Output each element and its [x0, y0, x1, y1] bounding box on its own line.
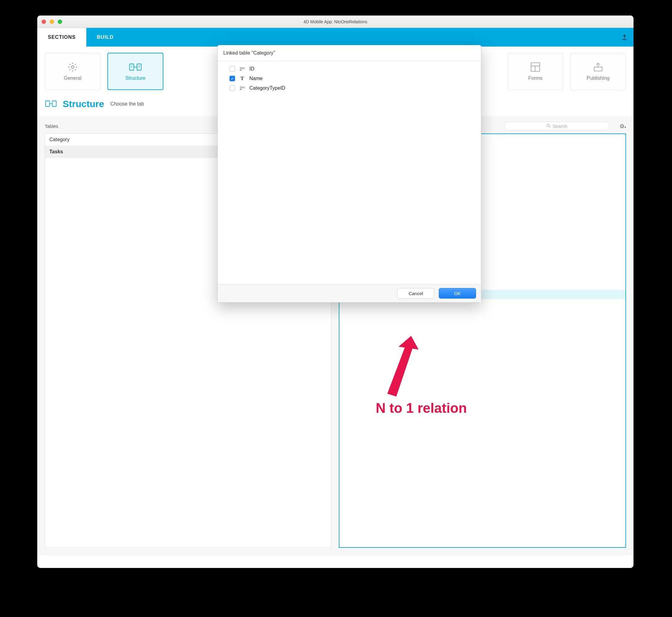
popover-footer: Cancel OK — [218, 284, 481, 302]
section-description: Choose the tab — [110, 101, 144, 107]
cancel-button[interactable]: Cancel — [397, 288, 435, 298]
ok-button[interactable]: OK — [439, 288, 476, 298]
titlebar: 4D Mobile App: NtoOneRelations — [37, 15, 634, 28]
svg-point-15 — [547, 124, 550, 127]
popover-body: 232 ID ✓ T Name 232 CategoryTypeID — [218, 61, 481, 284]
field-name: Name — [249, 76, 263, 81]
search-icon — [546, 124, 550, 129]
gear-icon — [66, 62, 79, 72]
linked-table-popover: Linked table "Category" 232 ID ✓ T Name … — [217, 45, 481, 302]
publishing-icon — [592, 62, 604, 72]
structure-header-icon — [45, 99, 56, 109]
popover-field-row[interactable]: ✓ T Name — [225, 73, 477, 83]
popover-field-row[interactable]: 232 CategoryTypeID — [225, 83, 477, 93]
svg-line-16 — [549, 126, 550, 128]
structure-icon — [129, 62, 142, 72]
svg-rect-13 — [52, 101, 56, 107]
card-label: Forms — [528, 75, 542, 81]
window-title: 4D Mobile App: NtoOneRelations — [37, 19, 634, 24]
svg-point-0 — [71, 66, 74, 68]
card-general[interactable]: General — [45, 53, 101, 90]
app-window: 4D Mobile App: NtoOneRelations SECTIONS … — [37, 15, 634, 568]
card-forms[interactable]: Forms — [507, 53, 563, 90]
search-placeholder: Search — [552, 124, 567, 129]
field-checkbox[interactable] — [229, 66, 235, 72]
card-structure[interactable]: Structure — [108, 53, 163, 90]
int-type-icon: 232 — [239, 86, 245, 90]
upload-icon[interactable] — [621, 34, 628, 41]
annotation-text: N to 1 relation — [376, 400, 467, 416]
popover-title: Linked table "Category" — [218, 45, 481, 61]
field-checkbox[interactable]: ✓ — [229, 76, 235, 81]
settings-gear-icon[interactable]: ⚙︎▾ — [620, 123, 626, 130]
section-title: Structure — [63, 99, 104, 109]
card-publishing[interactable]: Publishing — [570, 53, 626, 90]
top-tabs: SECTIONS BUILD — [37, 28, 634, 46]
svg-rect-12 — [46, 101, 50, 107]
tab-build[interactable]: BUILD — [86, 28, 124, 46]
text-type-icon: T — [239, 75, 245, 81]
svg-rect-11 — [594, 67, 602, 71]
int-type-icon: 232 — [239, 66, 245, 71]
svg-rect-8 — [531, 63, 540, 71]
tab-sections[interactable]: SECTIONS — [37, 28, 86, 46]
field-checkbox[interactable] — [229, 85, 235, 91]
search-input[interactable]: Search — [504, 122, 610, 130]
card-label: General — [64, 75, 82, 81]
popover-field-row[interactable]: 232 ID — [225, 64, 477, 73]
tables-header: Tables — [45, 124, 58, 129]
forms-icon — [529, 62, 542, 72]
card-label: Publishing — [586, 75, 610, 81]
field-name: ID — [249, 66, 254, 72]
card-label: Structure — [126, 75, 146, 81]
field-name: CategoryTypeID — [249, 85, 285, 91]
